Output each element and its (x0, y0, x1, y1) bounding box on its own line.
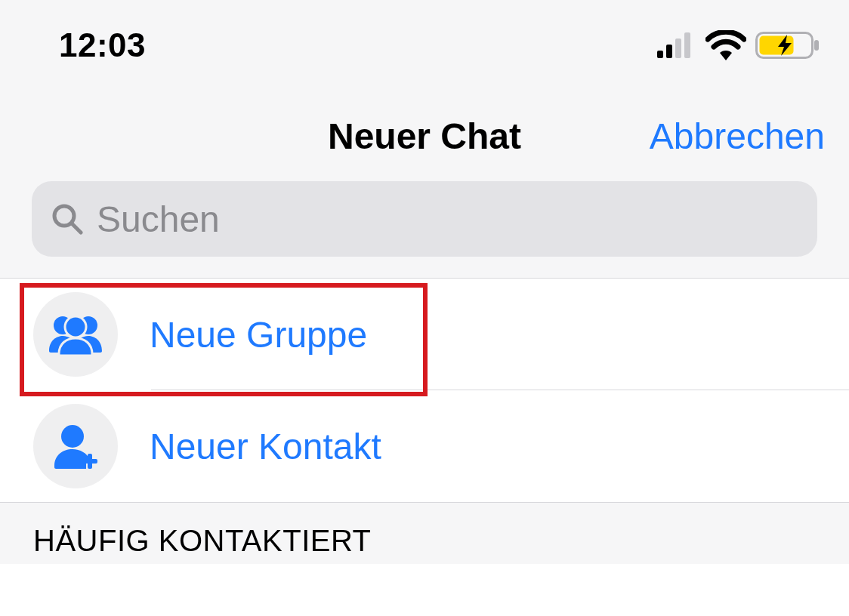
status-bar: 12:03 (0, 0, 849, 91)
search-bar (0, 181, 849, 279)
status-time: 12:03 (59, 26, 146, 64)
cellular-icon (657, 32, 696, 58)
new-contact-row[interactable]: Neuer Kontakt (0, 390, 849, 502)
svg-rect-3 (684, 32, 690, 58)
svg-point-12 (61, 425, 84, 448)
svg-line-8 (72, 223, 81, 233)
status-icons (657, 30, 820, 60)
new-group-label: Neue Gruppe (150, 314, 367, 356)
battery-charging-icon (755, 30, 820, 60)
svg-rect-0 (657, 51, 663, 58)
search-input[interactable] (97, 199, 798, 240)
add-contact-icon (33, 404, 118, 488)
svg-rect-1 (666, 45, 672, 58)
svg-rect-14 (82, 459, 97, 464)
search-icon (51, 203, 83, 235)
nav-bar: Neuer Chat Abbrechen (0, 91, 849, 181)
cancel-button[interactable]: Abbrechen (650, 91, 825, 181)
action-list: Neue Gruppe Neuer Kontakt (0, 279, 849, 502)
svg-point-11 (65, 316, 86, 337)
svg-rect-5 (814, 40, 819, 51)
svg-rect-2 (675, 38, 681, 58)
new-group-row[interactable]: Neue Gruppe (0, 279, 849, 390)
search-field[interactable] (32, 181, 817, 257)
frequent-section-header: HÄUFIG KONTAKTIERT (0, 502, 849, 564)
new-contact-label: Neuer Kontakt (150, 426, 381, 467)
wifi-icon (705, 30, 746, 60)
group-icon (33, 292, 118, 377)
